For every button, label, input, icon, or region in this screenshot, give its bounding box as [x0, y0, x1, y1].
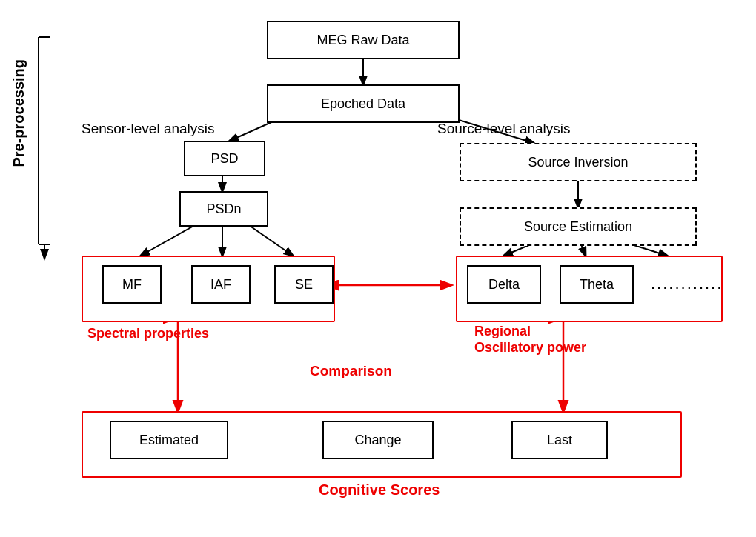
svg-line-10 — [245, 222, 293, 256]
svg-line-8 — [141, 222, 200, 256]
se-box: SE — [274, 265, 334, 304]
iaf-label: IAF — [210, 277, 231, 293]
diagram: Pre-processing MEG Raw Data Epoched Data… — [0, 0, 756, 537]
source-inversion-label: Source Inversion — [528, 155, 628, 170]
meg-raw-label: MEG Raw Data — [316, 33, 409, 48]
spectral-properties-label: Spectral properties — [87, 326, 209, 341]
mf-label: MF — [122, 277, 142, 293]
source-inversion-box: Source Inversion — [460, 143, 697, 181]
cognitive-scores-label: Cognitive Scores — [319, 481, 440, 498]
delta-label: Delta — [488, 277, 520, 293]
last-label: Last — [547, 433, 572, 448]
epoched-box: Epoched Data — [267, 84, 460, 123]
regional-osc-label: Regional Oscillatory power — [474, 324, 586, 356]
theta-label: Theta — [580, 277, 614, 293]
epoched-label: Epoched Data — [321, 96, 405, 112]
psdn-label: PSDn — [206, 201, 241, 217]
last-box: Last — [511, 421, 608, 459]
source-estimation-box: Source Estimation — [460, 207, 697, 246]
source-level-label: Source-level analysis — [437, 121, 571, 137]
preprocessing-label: Pre-processing — [10, 59, 27, 167]
theta-box: Theta — [560, 265, 634, 304]
meg-raw-box: MEG Raw Data — [267, 21, 460, 59]
dots-label: ............ — [651, 274, 723, 293]
change-box: Change — [322, 421, 434, 459]
se-label: SE — [295, 277, 313, 293]
mf-box: MF — [102, 265, 162, 304]
source-estimation-label: Source Estimation — [524, 219, 632, 235]
iaf-box: IAF — [191, 265, 251, 304]
psd-label: PSD — [210, 151, 238, 167]
sensor-level-label: Sensor-level analysis — [82, 121, 215, 137]
change-label: Change — [354, 433, 401, 448]
delta-box: Delta — [467, 265, 541, 304]
estimated-label: Estimated — [139, 433, 199, 448]
comparison-label: Comparison — [310, 363, 392, 379]
psd-box: PSD — [184, 141, 265, 176]
psdn-box: PSDn — [179, 191, 268, 227]
estimated-box: Estimated — [110, 421, 228, 459]
